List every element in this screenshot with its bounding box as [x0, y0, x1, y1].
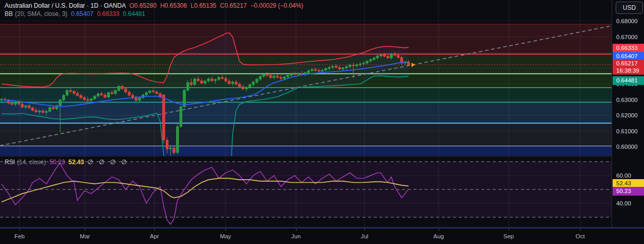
month-label: Sep	[503, 233, 514, 239]
time-tick	[225, 229, 226, 231]
bb-basis-value: 0.65407	[71, 10, 93, 18]
symbol-title[interactable]: Australian Dollar / U.S. Dollar · 1D · O…	[5, 2, 126, 9]
price-badge: 0.66333	[613, 44, 644, 53]
time-tick	[364, 229, 365, 231]
rsi-value: 50.23	[49, 159, 65, 166]
time-tick	[20, 229, 20, 231]
price-tick-label: 0.68000	[612, 18, 644, 25]
month-label: Mar	[80, 233, 90, 239]
price-axis[interactable]: 0.680000.670000.640000.630000.620000.610…	[612, 0, 644, 227]
month-label: Aug	[433, 233, 444, 239]
rsi-tick-label: 40.00	[612, 200, 644, 207]
time-tick	[580, 229, 581, 231]
rsi-tick-label: 60.00	[612, 172, 644, 179]
ohlc-high: H0.65306	[160, 2, 187, 9]
ohlc-close: C0.65217	[220, 2, 247, 9]
bb-upper-value: 0.66333	[97, 10, 119, 18]
bb-indicator-title[interactable]: BB	[5, 10, 13, 18]
bb-indicator-params: (20, SMA, close, 3)	[15, 10, 67, 18]
bb-lower-value: 0.64481	[123, 10, 145, 18]
month-label: Oct	[576, 233, 585, 239]
main-chart-canvas[interactable]	[0, 0, 612, 156]
rsi-badge: 50.23	[613, 187, 644, 196]
time-tick	[509, 229, 509, 231]
time-axis[interactable]: FebMarAprMayJunJulAugSepOct	[0, 229, 644, 244]
zone-band-gray	[0, 123, 612, 146]
symbol-legend: Australian Dollar / U.S. Dollar · 1D · O…	[5, 2, 303, 9]
month-label: Apr	[150, 233, 159, 239]
bb-indicator-legend: BB (20, SMA, close, 3) 0.65407 0.66333 0…	[5, 10, 145, 18]
price-tick-label: 0.61000	[612, 128, 644, 135]
month-label: May	[220, 233, 231, 239]
month-label: Feb	[14, 233, 25, 239]
ohlc-open: O0.65280	[129, 2, 156, 9]
time-tick	[296, 229, 297, 231]
zone-resistance-red	[0, 24, 612, 54]
rsi-indicator-params: (14, close)	[17, 159, 46, 166]
price-badge: 0.64481	[613, 76, 644, 85]
price-change: −0.00029 (−0.04%)	[250, 2, 303, 9]
rsi-indicator-title[interactable]: RSI	[5, 159, 15, 166]
time-tick	[154, 229, 155, 231]
countdown-timer: 16:38:39	[616, 67, 644, 74]
price-tick-label: 0.62000	[612, 112, 644, 119]
month-label: Jun	[291, 233, 301, 239]
ohlc-low: L0.65135	[190, 2, 216, 9]
month-label: Jul	[361, 233, 369, 239]
rsi-ma-value: 52.43	[68, 159, 84, 166]
zone-support-navy	[0, 146, 612, 156]
currency-toggle-button[interactable]: USD	[616, 2, 643, 14]
time-axis-separator	[0, 227, 644, 229]
time-tick	[439, 229, 439, 231]
rsi-pane-canvas[interactable]	[0, 156, 612, 228]
price-badge: 0.6521716:38:39	[613, 59, 644, 75]
rsi-hidden-values: ∅ ∅ ∅ ∅	[88, 159, 129, 166]
trading-chart-window: Australian Dollar / U.S. Dollar · 1D · O…	[0, 0, 644, 244]
price-tick-label: 0.60000	[612, 143, 644, 150]
time-tick	[85, 229, 85, 231]
price-tick-label: 0.67000	[612, 33, 644, 41]
price-tick-label: 0.63000	[612, 96, 644, 103]
